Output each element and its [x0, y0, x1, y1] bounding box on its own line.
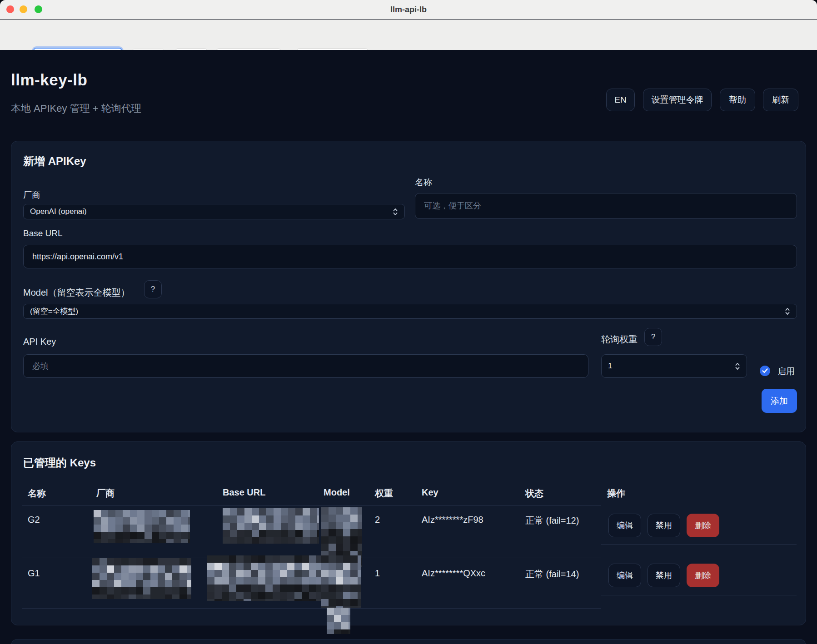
- col-actions: 操作: [607, 487, 625, 500]
- provider-label: 厂商: [23, 189, 40, 201]
- disable-button[interactable]: 禁用: [648, 564, 680, 587]
- model-label: Model（留空表示全模型）: [23, 287, 130, 299]
- name-label: 名称: [415, 177, 432, 188]
- col-baseurl: Base URL: [223, 487, 265, 498]
- col-model: Model: [324, 487, 350, 498]
- add-button[interactable]: 添加: [762, 389, 797, 413]
- refresh-button[interactable]: 刷新: [763, 89, 798, 111]
- redacted-model: [327, 608, 350, 634]
- redacted-vendor: [94, 510, 190, 543]
- header-actions-separator: [601, 544, 797, 545]
- name-input[interactable]: [415, 193, 797, 219]
- status-badge: 正常 (fail=12): [525, 515, 579, 527]
- add-apikey-card: 新增 APIKey 名称 厂商 OpenAI (openai) Base URL…: [11, 141, 806, 432]
- status-badge: 正常 (fail=14): [525, 568, 579, 580]
- select-stepper-icon: [785, 307, 790, 316]
- cell-weight: 2: [375, 515, 380, 525]
- delete-button[interactable]: 删除: [687, 514, 719, 537]
- app-window: llm-api-lb 端口 8787 启动 停止 用浏览器打开 复制 Base …: [0, 0, 817, 644]
- language-button[interactable]: EN: [606, 89, 635, 111]
- cell-name: G1: [28, 568, 40, 579]
- toolbar: 端口 8787 启动 停止 用浏览器打开 复制 Base URL 已启动： ht…: [0, 20, 817, 50]
- select-stepper-icon: [735, 362, 740, 371]
- model-select[interactable]: (留空=全模型): [23, 304, 797, 319]
- app-content: llm-key-lb 本地 APIKey 管理 + 轮询代理 EN 设置管理令牌…: [0, 50, 817, 644]
- next-card-partial: [11, 639, 806, 644]
- weight-select[interactable]: 1: [601, 354, 747, 378]
- enabled-checkbox[interactable]: [760, 366, 770, 376]
- cell-name: G2: [28, 515, 40, 525]
- col-key: Key: [422, 487, 438, 498]
- row1-actions-separator: [601, 595, 797, 595]
- col-vendor: 厂商: [96, 487, 115, 500]
- add-apikey-title: 新增 APIKey: [23, 154, 86, 168]
- managed-keys-card: 已管理的 Keys 名称 厂商 Base URL Model 权重 Key 状态…: [11, 441, 806, 625]
- titlebar: llm-api-lb: [0, 0, 817, 20]
- select-stepper-icon: [393, 208, 398, 216]
- enabled-label: 启用: [777, 366, 795, 377]
- page-subtitle: 本地 APIKey 管理 + 轮询代理: [11, 102, 141, 115]
- page-title: llm-key-lb: [11, 71, 87, 89]
- managed-keys-title: 已管理的 Keys: [23, 456, 96, 470]
- admin-token-button[interactable]: 设置管理令牌: [643, 89, 712, 111]
- cell-key: AIz********zF98: [422, 515, 483, 525]
- delete-button[interactable]: 删除: [687, 564, 719, 587]
- redacted-vendor: [92, 558, 191, 599]
- check-icon: [762, 368, 768, 373]
- redacted-model: [321, 555, 361, 608]
- weight-label: 轮询权重: [601, 333, 638, 346]
- model-help-button[interactable]: ?: [144, 280, 162, 298]
- cell-key: AIz********QXxc: [422, 568, 485, 579]
- redacted-base-url: [207, 555, 321, 601]
- edit-button[interactable]: 编辑: [608, 564, 641, 587]
- header-separator: [22, 505, 601, 506]
- col-name: 名称: [28, 487, 46, 500]
- redacted-base-url: [223, 508, 319, 544]
- base-url-label: Base URL: [23, 228, 63, 238]
- api-key-label: API Key: [23, 337, 56, 347]
- cell-weight: 1: [375, 568, 380, 579]
- api-key-input[interactable]: [23, 354, 588, 378]
- col-weight: 权重: [375, 487, 393, 500]
- weight-help-button[interactable]: ?: [644, 328, 662, 346]
- row2-separator: [22, 608, 601, 609]
- window-title: llm-api-lb: [0, 0, 817, 20]
- disable-button[interactable]: 禁用: [648, 514, 680, 537]
- provider-select[interactable]: OpenAI (openai): [23, 204, 405, 219]
- help-button[interactable]: 帮助: [720, 89, 755, 111]
- edit-button[interactable]: 编辑: [608, 514, 641, 537]
- base-url-input[interactable]: [23, 245, 797, 268]
- col-status: 状态: [525, 487, 543, 500]
